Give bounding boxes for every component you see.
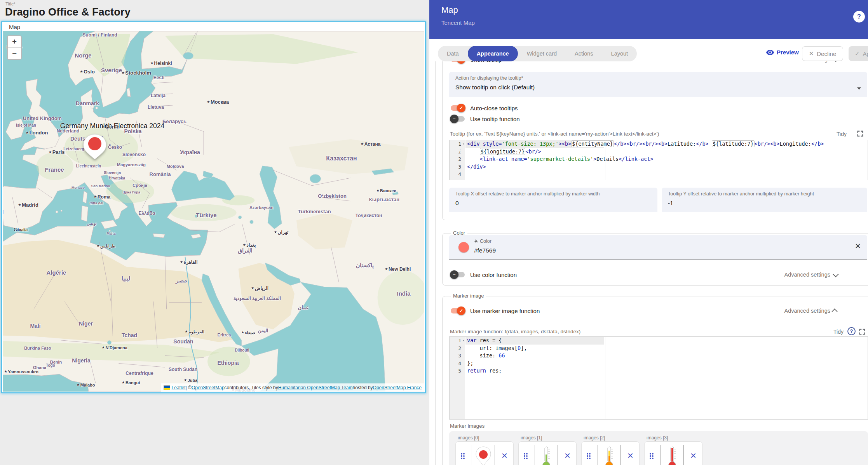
drag-handle-icon[interactable] bbox=[586, 452, 591, 462]
widget-title: Dragino Office & Factory bbox=[5, 6, 131, 18]
y-offset-label: Tooltip Y offset relative to marker anch… bbox=[668, 191, 814, 197]
gutter-line-number: 2 bbox=[450, 155, 465, 163]
tidy-button[interactable]: Tidy bbox=[837, 131, 847, 137]
tab-layout[interactable]: Layout bbox=[602, 46, 637, 61]
code-token: ${entityName} bbox=[571, 140, 614, 147]
tooltip-action-select[interactable]: Action for displaying the tooltip* Show … bbox=[449, 72, 867, 97]
editor-gutter: 1▾2345 bbox=[450, 337, 465, 419]
zoom-out-button[interactable]: − bbox=[8, 47, 21, 59]
code-token bbox=[467, 156, 480, 162]
map-marker-pin-icon[interactable] bbox=[81, 134, 108, 160]
autoclose-tooltips-label: Auto-close tooltips bbox=[470, 105, 518, 111]
fold-caret-icon[interactable]: ▾ bbox=[462, 140, 464, 148]
tab-data[interactable]: Data bbox=[438, 46, 468, 61]
use-color-function-toggle[interactable]: − bbox=[450, 270, 465, 279]
marker-image-card: ✕ bbox=[644, 441, 702, 465]
tab-appearance[interactable]: Appearance bbox=[468, 46, 518, 61]
tooltip-code-editor[interactable]: 1▾i234<div style='font-size: 13px;'><b>$… bbox=[449, 140, 868, 180]
marker-image-thumbnail[interactable] bbox=[472, 445, 495, 465]
decline-label: Decline bbox=[817, 51, 836, 57]
attribution-link[interactable]: OpenStreetMap France bbox=[373, 385, 422, 390]
map-viewport[interactable]: Suomi / FinlandFøroyarNorgeSverigeDanmar… bbox=[3, 31, 424, 392]
close-icon: ✕ bbox=[809, 50, 814, 57]
print-margin bbox=[605, 140, 605, 180]
clear-color-icon[interactable]: ✕ bbox=[855, 242, 861, 251]
editor-help-icon[interactable]: ? bbox=[847, 327, 856, 335]
remove-image-icon[interactable]: ✕ bbox=[690, 451, 697, 460]
attribution-link[interactable]: OpenStreetMap bbox=[192, 385, 225, 390]
autoclose-tooltips-toggle[interactable]: ✓ bbox=[450, 104, 465, 112]
tab-widget-card[interactable]: Widget card bbox=[518, 46, 566, 61]
code-token: 66 bbox=[498, 352, 505, 359]
remove-image-icon[interactable]: ✕ bbox=[564, 451, 571, 460]
attribution-link[interactable]: Humanitarian OpenStreetMap Team bbox=[278, 385, 353, 390]
editor-code-area[interactable]: <div style='font-size: 13px;'><b>${entit… bbox=[465, 140, 868, 180]
tooltip-action-label: Action for displaying the tooltip* bbox=[455, 75, 523, 81]
marker-image-index-label: images [1] bbox=[521, 435, 542, 441]
code-token: res = { bbox=[476, 337, 502, 343]
code-line: var res = { bbox=[465, 337, 868, 345]
chevron-up-icon bbox=[831, 308, 838, 315]
editor-gutter: 1▾i234 bbox=[450, 140, 465, 180]
drag-handle-icon[interactable] bbox=[523, 452, 528, 462]
code-token: <div style= bbox=[467, 141, 502, 147]
zoom-in-button[interactable]: + bbox=[8, 36, 21, 47]
fold-caret-icon[interactable]: ▾ bbox=[462, 337, 464, 345]
marker-image-card: ✕ bbox=[455, 441, 514, 465]
color-advanced-settings-link[interactable]: Advanced settings bbox=[775, 272, 837, 278]
map-canvas[interactable] bbox=[3, 31, 424, 392]
format-color-icon bbox=[474, 239, 478, 244]
remove-image-icon[interactable]: ✕ bbox=[627, 451, 634, 460]
use-tooltip-function-toggle[interactable]: − bbox=[450, 115, 465, 123]
help-button[interactable]: ? bbox=[853, 11, 865, 23]
marker-image-thumbnail[interactable] bbox=[535, 445, 558, 465]
code-token: return bbox=[467, 367, 486, 374]
editor-code-area[interactable]: var res = { url: images[0], size: 66};re… bbox=[465, 337, 868, 419]
marker-image-thumbnail[interactable] bbox=[661, 445, 684, 465]
code-token: 'font-size: 13px;' bbox=[502, 141, 558, 147]
code-token bbox=[709, 141, 712, 147]
show-tooltip-toggle[interactable]: ✓ bbox=[450, 61, 465, 64]
fullscreen-icon[interactable] bbox=[858, 328, 866, 337]
code-line: <link-act name='supermarket-details'>Det… bbox=[465, 155, 868, 163]
use-marker-image-function-toggle[interactable]: ✓ bbox=[450, 307, 465, 315]
tooltip-advanced-settings-link[interactable]: Advanced settings bbox=[775, 61, 837, 63]
apply-button[interactable]: ✓ Ap bbox=[849, 46, 868, 61]
marker-image-thumbnail[interactable] bbox=[598, 445, 621, 465]
map-widget-label: Map bbox=[9, 24, 20, 30]
gutter-line-number: 1▾ bbox=[450, 140, 465, 148]
drag-handle-icon[interactable] bbox=[649, 452, 654, 462]
tooltip-x-offset-field[interactable]: Tooltip X offset relative to marker anch… bbox=[449, 188, 657, 212]
code-token: size: bbox=[467, 352, 498, 359]
decline-button[interactable]: ✕ Decline bbox=[802, 46, 843, 61]
tooltip-y-offset-field[interactable]: Tooltip Y offset relative to marker anch… bbox=[662, 188, 867, 212]
marker-image-code-editor[interactable]: 1▾2345var res = { url: images[0], size: … bbox=[449, 336, 868, 420]
code-token: </b> bbox=[696, 141, 709, 147]
code-line: }; bbox=[465, 360, 868, 367]
map-widget-card[interactable]: Map bbox=[1, 21, 426, 393]
code-token: 'supermarket-details' bbox=[527, 156, 593, 162]
ukraine-flag-icon bbox=[164, 385, 170, 390]
gutter-line-number: 3 bbox=[450, 163, 465, 171]
code-line: url: images[0], bbox=[465, 345, 868, 352]
code-line: return res; bbox=[465, 367, 868, 375]
code-line: <div style='font-size: 13px;'><b>${entit… bbox=[465, 140, 868, 148]
tidy-button[interactable]: Tidy bbox=[833, 329, 844, 335]
remove-image-icon[interactable]: ✕ bbox=[501, 451, 508, 460]
color-field[interactable]: Color #fe7569 ✕ bbox=[449, 235, 867, 260]
tab-actions[interactable]: Actions bbox=[566, 46, 602, 61]
marker-image-index-label: images [3] bbox=[647, 435, 668, 441]
code-token: Details bbox=[596, 156, 619, 162]
gutter-line-number: 4 bbox=[450, 360, 465, 367]
panel-subtitle: Tencent Map bbox=[441, 19, 475, 26]
attribution-link[interactable]: Leaflet bbox=[172, 385, 186, 390]
preview-button[interactable]: Preview bbox=[766, 49, 799, 56]
marker-advanced-settings-link[interactable]: Advanced settings bbox=[775, 308, 837, 314]
color-swatch[interactable] bbox=[458, 242, 469, 253]
drag-handle-icon[interactable] bbox=[460, 452, 465, 462]
fullscreen-icon[interactable] bbox=[856, 130, 864, 139]
code-line bbox=[465, 171, 868, 178]
settings-scroll-area[interactable]: ✓ Show tooltip Advanced settings Action … bbox=[429, 61, 868, 465]
code-token: <br/> bbox=[525, 148, 541, 155]
marker-image-card: ✕ bbox=[518, 441, 577, 465]
